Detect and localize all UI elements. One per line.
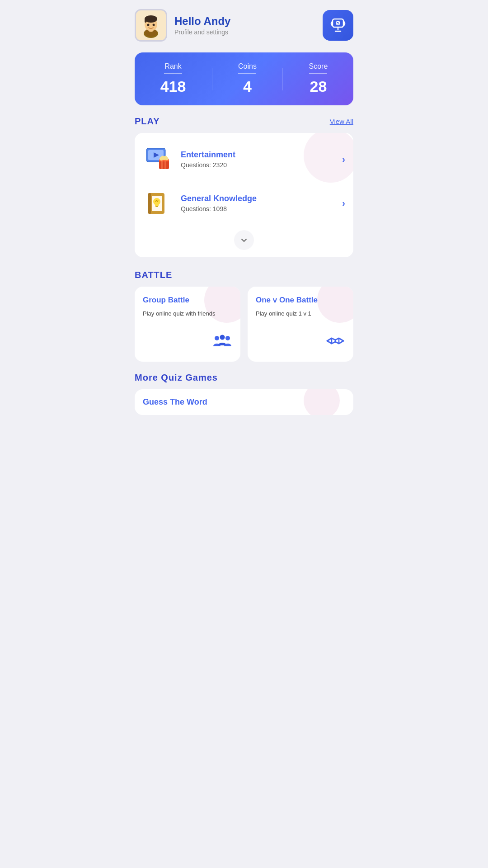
score-stat: Score 28 xyxy=(309,62,328,95)
more-title: More Quiz Games xyxy=(135,373,353,383)
general-knowledge-questions: Questions: 1098 xyxy=(181,205,342,212)
svg-point-29 xyxy=(220,335,225,340)
coins-stat: Coins 4 xyxy=(238,62,257,95)
play-section-header: PLAY View All xyxy=(122,116,366,127)
one-v-one-card[interactable]: One v One Battle Play online quiz 1 v 1 xyxy=(248,287,353,362)
expand-button-wrapper xyxy=(135,225,353,254)
entertainment-questions: Questions: 2320 xyxy=(181,161,342,169)
group-battle-title: Group Battle xyxy=(143,296,232,305)
rank-value: 418 xyxy=(160,78,186,95)
battle-section: BATTLE Group Battle Play online quiz wit… xyxy=(122,270,366,362)
expand-button[interactable] xyxy=(234,230,254,250)
one-v-one-desc: Play online quiz 1 v 1 xyxy=(256,309,345,318)
general-knowledge-icon xyxy=(143,188,174,218)
score-label: Score xyxy=(309,62,328,71)
svg-point-21 xyxy=(164,156,167,159)
svg-rect-26 xyxy=(155,205,159,206)
svg-point-20 xyxy=(161,156,164,159)
stat-separator-2 xyxy=(282,68,283,90)
general-knowledge-chevron-icon: › xyxy=(342,198,345,208)
group-battle-icon xyxy=(143,331,232,354)
battle-section-header: BATTLE xyxy=(122,270,366,280)
svg-rect-15 xyxy=(161,159,163,169)
trophy-button[interactable] xyxy=(323,10,353,41)
general-knowledge-title: General Knowledge xyxy=(181,194,342,203)
user-greeting: Hello Andy xyxy=(174,15,230,28)
entertainment-chevron-icon: › xyxy=(342,154,345,165)
svg-point-4 xyxy=(145,15,157,23)
stats-banner: Rank 418 Coins 4 Score 28 xyxy=(135,52,353,105)
user-profile-section[interactable]: Hello Andy Profile and settings xyxy=(135,9,230,42)
rank-label: Rank xyxy=(160,62,186,71)
guess-the-word-title: Guess The Word xyxy=(143,397,345,407)
entertainment-icon xyxy=(143,144,174,175)
score-value: 28 xyxy=(309,78,328,95)
entertainment-text: Entertainment Questions: 2320 xyxy=(181,150,342,169)
entertainment-item[interactable]: Entertainment Questions: 2320 › xyxy=(135,137,353,181)
one-v-one-title: One v One Battle xyxy=(256,296,345,305)
general-knowledge-text: General Knowledge Questions: 1098 xyxy=(181,194,342,212)
battle-cards-container: Group Battle Play online quiz with frien… xyxy=(122,287,366,362)
svg-point-25 xyxy=(153,198,160,205)
profile-subtitle: Profile and settings xyxy=(174,28,230,36)
svg-point-28 xyxy=(215,336,219,340)
play-card: Entertainment Questions: 2320 › Gener xyxy=(135,133,353,257)
guess-the-word-card[interactable]: Guess The Word xyxy=(135,389,353,415)
view-all-button[interactable]: View All xyxy=(330,118,353,125)
group-battle-card[interactable]: Group Battle Play online quiz with frien… xyxy=(135,287,240,362)
user-info: Hello Andy Profile and settings xyxy=(174,15,230,36)
stat-separator-1 xyxy=(212,68,212,90)
play-title: PLAY xyxy=(135,116,160,127)
score-divider xyxy=(309,73,327,74)
general-knowledge-item[interactable]: General Knowledge Questions: 1098 › xyxy=(135,181,353,225)
svg-rect-16 xyxy=(164,159,166,169)
svg-rect-27 xyxy=(155,206,158,207)
group-battle-desc: Play online quiz with friends xyxy=(143,309,232,318)
coins-value: 4 xyxy=(238,78,257,95)
battle-title: BATTLE xyxy=(135,270,172,280)
svg-point-6 xyxy=(147,24,150,26)
svg-rect-5 xyxy=(145,19,146,23)
entertainment-title: Entertainment xyxy=(181,150,342,160)
rank-stat: Rank 418 xyxy=(160,62,186,95)
svg-point-7 xyxy=(153,24,155,26)
svg-point-30 xyxy=(225,336,230,340)
more-section: More Quiz Games Guess The Word xyxy=(122,373,366,415)
svg-rect-23 xyxy=(148,193,151,214)
header: Hello Andy Profile and settings xyxy=(122,0,366,49)
coins-divider xyxy=(238,73,256,74)
coins-label: Coins xyxy=(238,62,257,71)
avatar xyxy=(135,9,167,42)
rank-divider xyxy=(164,73,182,74)
one-v-one-icon xyxy=(256,331,345,354)
